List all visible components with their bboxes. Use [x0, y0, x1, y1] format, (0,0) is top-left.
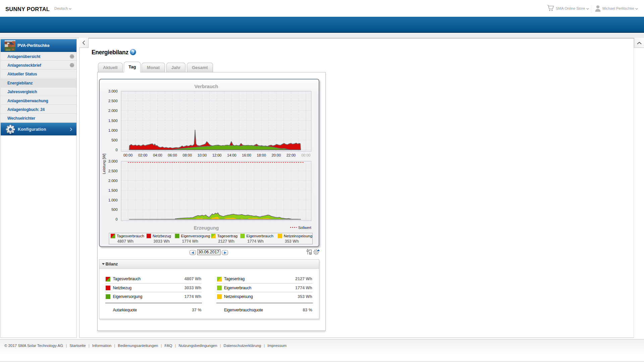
svg-text:2.000: 2.000 — [108, 109, 117, 113]
svg-text:Tagesverbrauch: Tagesverbrauch — [117, 234, 144, 238]
svg-text:3.000: 3.000 — [108, 159, 117, 163]
svg-text:3033 Wh: 3033 Wh — [153, 239, 170, 244]
svg-text:00:00: 00:00 — [301, 153, 311, 157]
svg-text:Sollwert: Sollwert — [298, 226, 311, 230]
svg-text:1.000: 1.000 — [108, 128, 117, 132]
svg-text:0: 0 — [115, 217, 117, 221]
svg-text:2.500: 2.500 — [108, 99, 117, 103]
svg-text:Leistung [W]: Leistung [W] — [102, 154, 106, 174]
svg-text:10:00: 10:00 — [197, 153, 207, 157]
svg-text:Tagesertrag: Tagesertrag — [217, 234, 237, 238]
svg-text:Netzeinspeisung: Netzeinspeisung — [284, 234, 312, 238]
svg-text:22:00: 22:00 — [286, 153, 296, 157]
svg-text:Eigenverbrauch: Eigenverbrauch — [246, 234, 273, 238]
svg-text:Verbrauch: Verbrauch — [194, 84, 218, 89]
svg-text:20:00: 20:00 — [271, 153, 281, 157]
svg-text:1.000: 1.000 — [108, 198, 117, 202]
svg-text:?: ? — [132, 50, 135, 55]
svg-text:Netzbezug: Netzbezug — [153, 234, 171, 238]
svg-text:1774 Wh: 1774 Wh — [182, 239, 198, 244]
svg-text:1.500: 1.500 — [108, 119, 117, 123]
svg-text:16:00: 16:00 — [242, 153, 251, 157]
svg-text:12:00: 12:00 — [212, 153, 221, 157]
svg-text:04:00: 04:00 — [153, 153, 162, 157]
svg-text:14:00: 14:00 — [227, 153, 236, 157]
svg-text:2.000: 2.000 — [108, 179, 117, 183]
svg-text:2.500: 2.500 — [108, 169, 117, 173]
svg-text:500: 500 — [111, 138, 117, 142]
svg-text:02:00: 02:00 — [138, 153, 147, 157]
svg-text:00:00: 00:00 — [123, 153, 132, 157]
svg-text:4807 Wh: 4807 Wh — [117, 239, 133, 244]
svg-text:353 Wh: 353 Wh — [285, 239, 299, 244]
svg-text:500: 500 — [111, 207, 117, 212]
svg-text:Eigenversorgung: Eigenversorgung — [181, 234, 210, 238]
svg-text:06:00: 06:00 — [168, 153, 177, 157]
svg-text:Erzeugung: Erzeugung — [194, 225, 219, 231]
svg-text:1774 Wh: 1774 Wh — [247, 239, 264, 244]
svg-text:0: 0 — [115, 148, 117, 152]
svg-text:18:00: 18:00 — [257, 153, 266, 157]
svg-text:1.500: 1.500 — [108, 188, 117, 192]
svg-text:3.000: 3.000 — [108, 89, 117, 93]
svg-text:08:00: 08:00 — [182, 153, 192, 157]
svg-text:2127 Wh: 2127 Wh — [218, 239, 234, 244]
